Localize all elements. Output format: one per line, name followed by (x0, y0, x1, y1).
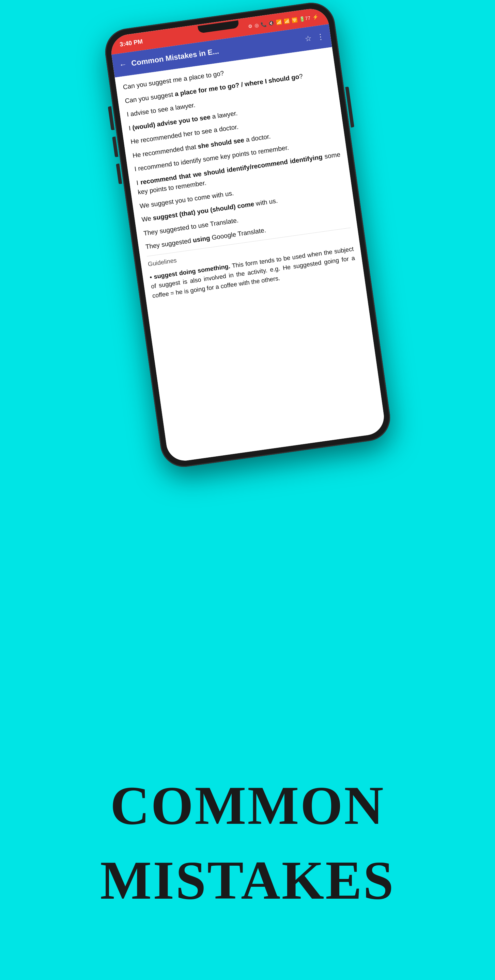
settings-icon: ⚙ (248, 23, 253, 29)
app-bar-actions: ☆ ⋮ (304, 32, 325, 43)
volume-up-button (112, 137, 118, 157)
signal-2-icon: 📶 (283, 18, 290, 24)
phone-body: 3:40 PM ⚙ ◎ 📞 🔇 📶 📶 🛜 🔋77 ⚡ ← Common Mis… (102, 0, 393, 470)
call-icon: 📞 (260, 21, 267, 27)
bottom-title-mistakes: MISTAKES (100, 849, 395, 912)
charging-icon: ⚡ (312, 14, 318, 20)
wifi-icon: 🛜 (291, 17, 297, 23)
signal-1-icon: 📶 (276, 19, 282, 25)
location-icon: ◎ (254, 22, 259, 29)
content-area[interactable]: Can you suggest me a place to go? Can yo… (115, 47, 386, 463)
star-icon[interactable]: ☆ (304, 34, 312, 43)
phone-device: 3:40 PM ⚙ ◎ 📞 🔇 📶 📶 🛜 🔋77 ⚡ ← Common Mis… (102, 0, 393, 470)
battery-icon: 🔋77 (299, 15, 310, 22)
more-options-icon[interactable]: ⋮ (316, 32, 325, 42)
status-time: 3:40 PM (119, 38, 143, 48)
phone-screen: 3:40 PM ⚙ ◎ 📞 🔇 📶 📶 🛜 🔋77 ⚡ ← Common Mis… (109, 6, 386, 463)
mute-icon: 🔇 (268, 20, 274, 26)
volume-down-button (116, 163, 122, 184)
back-button[interactable]: ← (118, 60, 127, 70)
bottom-title-common: COMMON (110, 774, 385, 837)
